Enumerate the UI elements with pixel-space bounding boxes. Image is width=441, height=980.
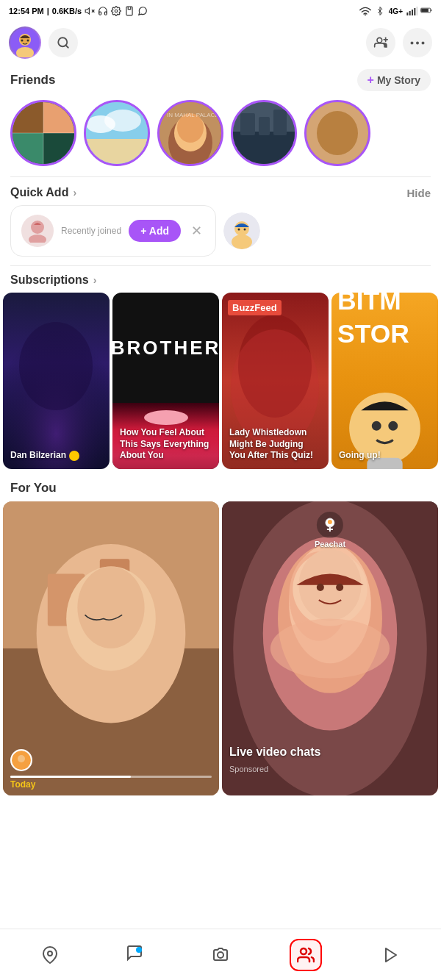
fy-progress-bar bbox=[10, 776, 212, 778]
quick-add-avatar-1 bbox=[21, 215, 54, 247]
quick-add-info: Recently joined bbox=[61, 226, 121, 236]
for-you-card-2[interactable]: Peachat Live video chats Sponsored bbox=[222, 501, 438, 795]
svg-point-75 bbox=[18, 755, 25, 762]
svg-point-64 bbox=[372, 421, 381, 431]
bitmoji-description: Going up! bbox=[339, 450, 431, 462]
svg-point-88 bbox=[328, 520, 332, 524]
story-circle-1[interactable] bbox=[10, 100, 76, 166]
svg-point-21 bbox=[377, 37, 382, 43]
settings-icon bbox=[111, 6, 121, 16]
svg-rect-28 bbox=[12, 102, 43, 133]
svg-rect-47 bbox=[273, 110, 287, 135]
time-display: 12:54 PM bbox=[9, 7, 44, 15]
svg-point-49 bbox=[317, 111, 358, 155]
quick-add-left[interactable]: Quick Add › bbox=[10, 186, 76, 199]
story-circle-3[interactable]: IN MAHAL PALACE bbox=[157, 100, 223, 166]
quick-add-title: Quick Add bbox=[10, 186, 68, 199]
hide-button[interactable]: Hide bbox=[406, 187, 431, 199]
network-type: 4G+ bbox=[389, 7, 403, 15]
svg-line-20 bbox=[65, 45, 68, 47]
sponsored-label: Sponsored bbox=[229, 765, 268, 773]
for-you-header: For You bbox=[0, 472, 441, 501]
close-quick-add-button[interactable]: ✕ bbox=[188, 220, 205, 242]
svg-rect-30 bbox=[12, 133, 43, 164]
chat-nav-button[interactable] bbox=[117, 937, 154, 973]
search-button[interactable] bbox=[49, 28, 78, 57]
svg-point-92 bbox=[218, 952, 223, 958]
svg-rect-3 bbox=[126, 7, 132, 15]
my-story-plus: + bbox=[368, 74, 374, 87]
friends-header: Friends + My Story bbox=[0, 63, 441, 96]
svg-point-54 bbox=[232, 235, 252, 249]
dan-bilzerian-name: Dan Bilzerian bbox=[10, 450, 102, 462]
svg-rect-5 bbox=[406, 12, 408, 15]
svg-rect-45 bbox=[240, 113, 255, 135]
svg-point-24 bbox=[411, 41, 414, 44]
wifi-icon bbox=[359, 7, 371, 15]
svg-text:IN MAHAL PALACE: IN MAHAL PALACE bbox=[167, 112, 219, 118]
svg-rect-7 bbox=[412, 10, 413, 15]
status-right: 4G+ bbox=[359, 6, 432, 16]
spotlight-nav-button[interactable] bbox=[373, 937, 409, 973]
top-nav bbox=[0, 22, 441, 63]
fy-today-label: Today bbox=[10, 779, 212, 790]
story-circle-5[interactable] bbox=[304, 100, 370, 166]
for-you-card-1[interactable]: Today bbox=[3, 501, 219, 795]
svg-rect-35 bbox=[86, 139, 148, 164]
sub-card-brother[interactable]: BROTHER How You Feel About This Says Eve… bbox=[112, 293, 219, 469]
camera-nav-button[interactable] bbox=[202, 937, 239, 973]
quick-add-card-1: Recently joined + Add ✕ bbox=[10, 205, 216, 257]
svg-point-51 bbox=[29, 235, 46, 243]
add-friend-button[interactable] bbox=[366, 28, 395, 57]
svg-point-93 bbox=[301, 948, 306, 954]
svg-point-26 bbox=[422, 41, 425, 44]
bottom-nav bbox=[0, 929, 441, 980]
more-options-button[interactable] bbox=[403, 28, 432, 57]
chevron-right-icon: › bbox=[73, 187, 76, 198]
map-nav-button[interactable] bbox=[32, 937, 68, 973]
quick-add-sub-label: Recently joined bbox=[61, 226, 121, 236]
battery-level bbox=[420, 6, 432, 16]
story-circle-2[interactable] bbox=[84, 100, 150, 166]
fy-card1-avatar bbox=[10, 749, 32, 771]
avatar[interactable] bbox=[9, 26, 41, 59]
svg-point-65 bbox=[388, 421, 398, 431]
network-speed: | bbox=[47, 7, 49, 15]
sub-card-bitmoji[interactable]: BITM STOR Going up! bbox=[331, 293, 438, 469]
sub-card-buzzfeed[interactable]: BuzzFeed Lady Whistledown Might Be Judgi… bbox=[222, 293, 329, 469]
my-story-button[interactable]: + My Story bbox=[357, 69, 431, 91]
brother-description: How You Feel About This Says Everything … bbox=[120, 427, 212, 462]
quick-add-scroll: Recently joined + Add ✕ bbox=[0, 205, 441, 265]
svg-point-2 bbox=[115, 10, 118, 12]
sub-card-dan[interactable]: Dan Bilzerian bbox=[3, 293, 110, 469]
sim-icon bbox=[124, 6, 135, 16]
svg-rect-31 bbox=[43, 133, 74, 164]
svg-rect-6 bbox=[409, 11, 411, 15]
network-speed-value: 0.6KB/s bbox=[52, 7, 82, 15]
stories-row: IN MAHAL PALACE bbox=[0, 96, 441, 176]
story-circle-4[interactable] bbox=[231, 100, 297, 166]
my-story-label: My Story bbox=[377, 74, 420, 86]
add-button[interactable]: + Add bbox=[129, 220, 181, 242]
svg-point-18 bbox=[27, 40, 29, 42]
subscriptions-header: Subscriptions › bbox=[0, 266, 441, 293]
for-you-grid: Today bbox=[0, 501, 441, 795]
quick-add-header: Quick Add › Hide bbox=[0, 177, 441, 205]
svg-point-50 bbox=[31, 221, 44, 234]
svg-point-17 bbox=[21, 40, 24, 42]
svg-point-56 bbox=[244, 229, 246, 231]
status-bar: 12:54 PM | 0.6KB/s 4G+ bbox=[0, 0, 441, 22]
status-left: 12:54 PM | 0.6KB/s bbox=[9, 6, 148, 16]
discover-nav-button[interactable] bbox=[287, 937, 324, 973]
mute-icon bbox=[85, 6, 95, 16]
buzzfeed-description: Lady Whistledown Might Be Judging You Af… bbox=[229, 427, 321, 462]
svg-point-55 bbox=[238, 229, 240, 231]
live-video-label: Live video chats bbox=[229, 745, 321, 759]
svg-text:STOR: STOR bbox=[337, 319, 409, 348]
svg-point-4 bbox=[365, 14, 366, 15]
svg-rect-8 bbox=[414, 8, 415, 15]
peachat-name: Peachat bbox=[315, 540, 345, 548]
svg-rect-12 bbox=[431, 10, 431, 11]
bluetooth-icon bbox=[374, 7, 386, 15]
svg-rect-46 bbox=[259, 117, 270, 135]
